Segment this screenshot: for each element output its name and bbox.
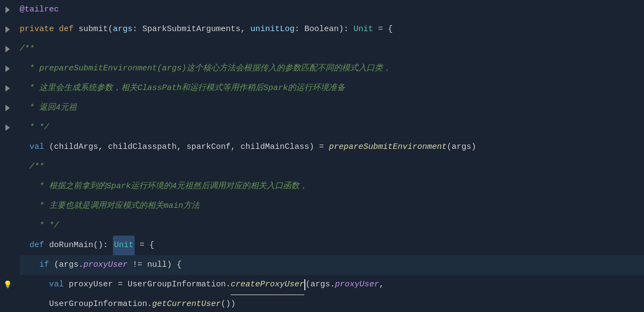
token-7-0: * */ bbox=[20, 118, 49, 137]
gutter-item-12 bbox=[3, 216, 12, 236]
code-line-2: private def submit(args: SparkSubmitArgu… bbox=[20, 20, 644, 39]
gutter-arrow-icon bbox=[5, 105, 10, 111]
token-3-0: /** bbox=[20, 39, 34, 59]
token-2-7: : Boolean): bbox=[294, 20, 353, 39]
code-line-14: if (args.proxyUser != null) { bbox=[20, 255, 644, 275]
token-16-0: UserGroupInformation. bbox=[20, 295, 152, 312]
code-line-10: * 根据之前拿到的Spark运行环境的4元祖然后调用对应的相关入口函数， bbox=[20, 177, 644, 196]
token-14-4: != null) { bbox=[128, 255, 182, 275]
gutter-arrow-icon bbox=[5, 7, 10, 13]
gutter-item-14 bbox=[3, 255, 12, 275]
code-line-15: val proxyUser = UserGroupInformation.cre… bbox=[20, 275, 644, 295]
lightbulb-icon[interactable]: 💡 bbox=[3, 280, 12, 289]
token-2-1: def bbox=[59, 20, 79, 39]
token-2-3: ( bbox=[108, 20, 113, 39]
token-8-3: prepareSubmitEnvironment bbox=[329, 137, 447, 157]
code-line-4: * prepareSubmitEnvironment(args)这个核心方法会根… bbox=[20, 59, 644, 79]
token-11-0: * 主要也就是调用对应模式的相关main方法 bbox=[20, 196, 200, 216]
gutter-item-7 bbox=[3, 118, 12, 137]
token-15-0 bbox=[20, 275, 49, 295]
token-5-0: * 这里会生成系统参数，相关ClassPath和运行模式等用作稍后Spark的运… bbox=[20, 79, 345, 98]
gutter-arrow-icon bbox=[5, 65, 10, 72]
gutter-item-4 bbox=[3, 59, 12, 79]
token-6-0: * 返回4元祖 bbox=[20, 98, 77, 118]
token-16-2: ()) bbox=[221, 295, 236, 312]
code-line-3: /** bbox=[20, 39, 644, 59]
token-9-0: /** bbox=[20, 157, 44, 177]
code-line-9: /** bbox=[20, 157, 644, 177]
gutter-item-10 bbox=[3, 177, 12, 196]
gutter-arrow-icon bbox=[5, 85, 10, 92]
code-line-8: val (childArgs, childClasspath, sparkCon… bbox=[20, 137, 644, 157]
token-13-2: doRunMain(): bbox=[44, 236, 113, 255]
token-2-2: submit bbox=[79, 20, 108, 39]
code-line-6: * 返回4元祖 bbox=[20, 98, 644, 118]
token-13-1: def bbox=[29, 236, 44, 255]
code-content[interactable]: @tailrecprivate def submit(args: SparkSu… bbox=[15, 0, 644, 312]
token-2-8: Unit bbox=[353, 20, 373, 39]
token-8-1: val bbox=[29, 137, 44, 157]
editor-gutter: 💡 bbox=[0, 0, 15, 312]
gutter-arrow-icon bbox=[5, 46, 10, 52]
token-12-0: * */ bbox=[20, 216, 59, 236]
gutter-arrow-icon bbox=[5, 124, 10, 131]
token-15-5: proxyUser bbox=[335, 275, 379, 295]
gutter-item-11 bbox=[3, 196, 12, 216]
code-line-11: * 主要也就是调用对应模式的相关main方法 bbox=[20, 196, 644, 216]
token-2-9: = { bbox=[373, 20, 393, 39]
token-14-1: if bbox=[39, 255, 49, 275]
gutter-item-8 bbox=[3, 137, 12, 157]
token-14-3: proxyUser bbox=[83, 255, 128, 275]
token-13-0 bbox=[20, 236, 29, 255]
code-line-1: @tailrec bbox=[20, 0, 644, 20]
token-2-5: : SparkSubmitArguments, bbox=[133, 20, 250, 39]
token-1-0: @tailrec bbox=[20, 0, 59, 20]
gutter-item-9 bbox=[3, 157, 12, 177]
token-2-0: private bbox=[20, 20, 59, 39]
token-14-2: (args. bbox=[49, 255, 83, 275]
token-10-0: * 根据之前拿到的Spark运行环境的4元祖然后调用对应的相关入口函数， bbox=[20, 177, 308, 196]
token-8-2: (childArgs, childClasspath, sparkConf, c… bbox=[44, 137, 329, 157]
token-8-0 bbox=[20, 137, 29, 157]
gutter-item-1 bbox=[3, 0, 12, 20]
gutter-item-3 bbox=[3, 39, 12, 59]
code-line-12: * */ bbox=[20, 216, 644, 236]
gutter-item-2 bbox=[3, 20, 12, 39]
token-2-6: uninitLog bbox=[250, 20, 294, 39]
gutter-item-16 bbox=[3, 295, 12, 312]
gutter-item-5 bbox=[3, 79, 12, 98]
gutter-item-13 bbox=[3, 236, 12, 255]
gutter-arrow-icon bbox=[5, 26, 10, 33]
token-2-4: args bbox=[113, 20, 133, 39]
token-13-3: Unit bbox=[113, 236, 135, 255]
token-4-0: * prepareSubmitEnvironment(args)这个核心方法会根… bbox=[20, 59, 391, 79]
token-16-1: getCurrentUser bbox=[152, 295, 221, 312]
code-line-7: * */ bbox=[20, 118, 644, 137]
token-15-2: proxyUser = UserGroupInformation. bbox=[64, 275, 231, 295]
gutter-item-6 bbox=[3, 98, 12, 118]
code-line-13: def doRunMain(): Unit = { bbox=[20, 236, 644, 255]
code-line-16: UserGroupInformation.getCurrentUser()) bbox=[20, 295, 644, 312]
token-14-0 bbox=[20, 255, 39, 275]
token-8-4: (args) bbox=[447, 137, 476, 157]
token-13-4: = { bbox=[135, 236, 154, 255]
token-15-6: , bbox=[379, 275, 384, 295]
code-editor: 💡 @tailrecprivate def submit(args: Spark… bbox=[0, 0, 644, 312]
token-15-4: (args. bbox=[305, 275, 335, 295]
token-15-1: val bbox=[49, 275, 64, 295]
code-line-5: * 这里会生成系统参数，相关ClassPath和运行模式等用作稍后Spark的运… bbox=[20, 79, 644, 98]
token-15-3: createProxyUser bbox=[231, 275, 304, 295]
gutter-item-15: 💡 bbox=[3, 275, 12, 295]
